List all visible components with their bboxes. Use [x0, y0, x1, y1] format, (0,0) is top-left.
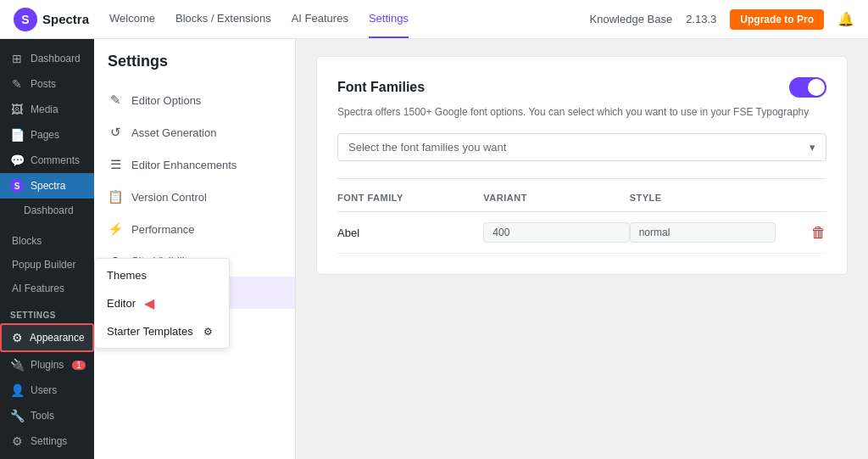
font-families-title: Font Families [337, 80, 425, 95]
upgrade-button[interactable]: Upgrade to Pro [730, 9, 824, 30]
sidebar-label-spectra-dashboard: Dashboard [24, 204, 74, 216]
main-layout: ⊞ Dashboard ✎ Posts 🖼 Media 📄 Pages 💬 Co… [0, 39, 868, 459]
sidebar-item-editor-enhancements[interactable]: ☰ Editor Enhancements [94, 148, 295, 181]
sidebar-item-spectra[interactable]: S Spectra [0, 173, 94, 199]
version-number: 2.13.3 [686, 13, 716, 25]
col-actions [776, 193, 826, 203]
top-nav-links: Welcome Blocks / Extensions AI Features … [109, 0, 590, 38]
font-table: Font Family Variant Style Abel 400 norma… [337, 178, 826, 254]
plugins-icon: 🔌 [10, 358, 24, 372]
tools-icon: 🔧 [10, 409, 24, 423]
sidebar-label-appearance: Appearance [30, 332, 85, 344]
settings-section-label: Settings [0, 300, 94, 323]
sidebar-item-users[interactable]: 👤 Users [0, 378, 94, 403]
col-style: Style [630, 193, 776, 203]
users-icon: 👤 [10, 383, 24, 397]
logo[interactable]: S Spectra [14, 8, 89, 31]
spectra-sidebar: Settings ✎ Editor Options ↺ Asset Genera… [94, 39, 296, 459]
sidebar-label-tools: Tools [31, 410, 54, 422]
sidebar-item-posts[interactable]: ✎ Posts [0, 71, 94, 97]
asset-generation-label: Asset Generation [131, 126, 216, 139]
font-select-dropdown[interactable]: Select the font families you want ▾ [337, 133, 826, 161]
sidebar-item-media[interactable]: 🖼 Media [0, 97, 94, 122]
editor-enhancements-label: Editor Enhancements [131, 159, 236, 171]
font-families-description: Spectra offers 1500+ Google font options… [337, 104, 826, 120]
font-families-card: Font Families Spectra offers 1500+ Googl… [316, 56, 848, 275]
nav-ai-features[interactable]: AI Features [292, 0, 348, 38]
sidebar-item-tools[interactable]: 🔧 Tools [0, 403, 94, 428]
editor-options-icon: ✎ [108, 92, 123, 108]
starter-templates-label: Starter Templates [107, 325, 193, 338]
sidebar-item-spectra-dashboard[interactable]: Dashboard [0, 199, 94, 222]
asset-generation-icon: ↺ [108, 125, 123, 140]
sidebar-item-performance[interactable]: ⚡ Performance [94, 213, 295, 245]
appearance-dropdown: Themes Editor ◀ Starter Templates ⚙ [94, 258, 230, 349]
performance-label: Performance [131, 223, 194, 236]
sidebar-label-dashboard: Dashboard [31, 53, 81, 64]
sidebar-item-asset-generation[interactable]: ↺ Asset Generation [94, 116, 295, 148]
editor-label: Editor [107, 297, 136, 310]
sidebar-item-editor-options[interactable]: ✎ Editor Options [94, 84, 295, 116]
wp-sidebar: ⊞ Dashboard ✎ Posts 🖼 Media 📄 Pages 💬 Co… [0, 39, 94, 459]
logo-icon: S [14, 8, 37, 31]
dropdown-item-editor[interactable]: Editor ◀ [95, 288, 229, 318]
nav-settings[interactable]: Settings [369, 0, 409, 38]
sidebar-label-users: Users [31, 384, 57, 396]
editor-enhancements-icon: ☰ [108, 157, 123, 172]
sidebar-item-settings[interactable]: ⚙ Settings [0, 428, 94, 454]
sidebar-label-settings: Settings [31, 435, 67, 447]
sidebar-label-spectra: Spectra [31, 180, 65, 192]
dropdown-chevron-icon: ▾ [810, 141, 815, 154]
font-table-header: Font Family Variant Style [337, 193, 826, 212]
version-control-icon: 📋 [108, 189, 123, 204]
sidebar-item-plugins[interactable]: 🔌 Plugins 1 [0, 352, 94, 378]
sidebar-label-ai-features: AI Features [12, 283, 64, 294]
dashboard-icon: ⊞ [10, 52, 24, 65]
table-row: Abel 400 normal 🗑 [337, 212, 826, 254]
main-content: Font Families Spectra offers 1500+ Googl… [296, 39, 868, 459]
font-select-placeholder: Select the font families you want [348, 141, 506, 154]
dropdown-item-themes[interactable]: Themes [95, 262, 229, 288]
editor-options-label: Editor Options [131, 94, 201, 107]
spectra-sidebar-title: Settings [94, 53, 295, 84]
font-families-toggle[interactable] [789, 77, 826, 98]
plugins-badge: 1 [72, 361, 86, 370]
col-variant: Variant [483, 193, 629, 203]
style-value: normal [630, 222, 776, 243]
comments-icon: 💬 [10, 154, 24, 167]
spectra-icon: S [10, 179, 24, 193]
sidebar-item-pages[interactable]: 📄 Pages [0, 122, 94, 148]
sidebar-item-version-control[interactable]: 📋 Version Control [94, 181, 295, 213]
sidebar-item-ai-features[interactable]: AI Features [0, 277, 94, 300]
nav-welcome[interactable]: Welcome [109, 0, 155, 38]
sidebar-item-appearance[interactable]: ⚙ Appearance [0, 323, 94, 352]
performance-icon: ⚡ [108, 221, 123, 237]
dropdown-item-starter-templates[interactable]: Starter Templates ⚙ [95, 318, 229, 344]
toggle-knob [808, 79, 825, 96]
sidebar-label-media: Media [31, 104, 58, 115]
starter-templates-icon: ⚙ [203, 326, 213, 338]
sidebar-label-comments: Comments [31, 154, 80, 166]
sidebar-item-blocks[interactable]: Blocks [0, 229, 94, 253]
sidebar-item-popup-builder[interactable]: Popup Builder [0, 253, 94, 277]
media-icon: 🖼 [10, 103, 24, 116]
sidebar-label-popup-builder: Popup Builder [12, 259, 75, 271]
sidebar-item-comments[interactable]: 💬 Comments [0, 148, 94, 173]
themes-label: Themes [107, 269, 147, 282]
col-font-family: Font Family [337, 193, 483, 203]
notifications-icon[interactable]: 🔔 [837, 11, 854, 27]
sidebar-label-pages: Pages [31, 129, 59, 141]
sidebar-item-dashboard[interactable]: ⊞ Dashboard [0, 46, 94, 71]
version-control-label: Version Control [131, 191, 207, 204]
top-navigation: S Spectra Welcome Blocks / Extensions AI… [0, 0, 868, 39]
sidebar-label-posts: Posts [31, 78, 56, 90]
arrow-icon: ◀ [144, 295, 154, 311]
appearance-icon: ⚙ [12, 331, 23, 344]
delete-button[interactable]: 🗑 [776, 224, 826, 242]
settings-icon: ⚙ [10, 434, 24, 448]
pages-icon: 📄 [10, 128, 24, 142]
nav-blocks-extensions[interactable]: Blocks / Extensions [175, 0, 271, 38]
top-nav-right: Knowledge Base 2.13.3 Upgrade to Pro 🔔 [590, 9, 854, 30]
variant-value: 400 [483, 222, 629, 243]
knowledge-base-link[interactable]: Knowledge Base [590, 13, 673, 25]
